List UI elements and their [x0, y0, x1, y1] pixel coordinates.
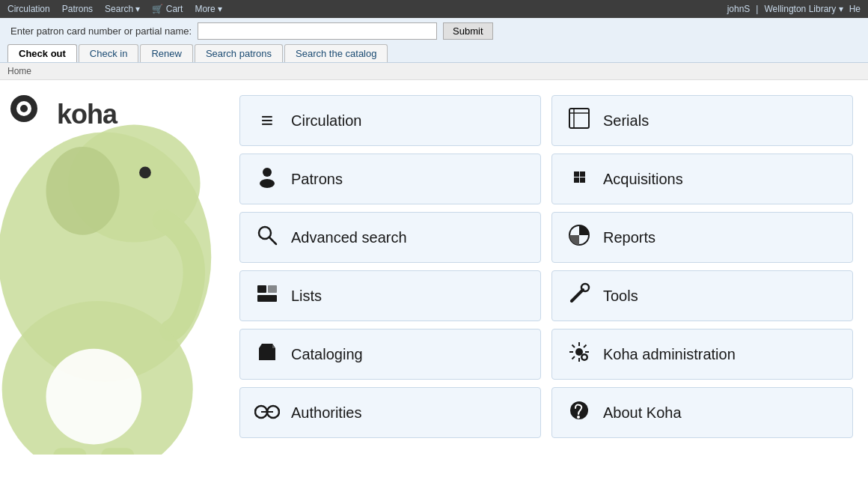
nav-patrons[interactable]: Patrons	[62, 4, 93, 14]
advanced-search-label: Advanced search	[291, 229, 407, 246]
reports-icon	[566, 224, 593, 252]
grid-acquisitions[interactable]: Acquisitions	[551, 154, 853, 204]
authorities-label: Authorities	[291, 404, 362, 422]
nav-cart[interactable]: 🛒 Cart	[152, 4, 183, 14]
grid-circulation[interactable]: ≡ Circulation	[239, 95, 541, 146]
nav-more[interactable]: More ▾	[195, 4, 222, 14]
nav-sep1: |	[756, 4, 758, 14]
svg-rect-10	[101, 448, 134, 455]
grid-patrons[interactable]: Patrons	[239, 154, 541, 204]
svg-point-6	[139, 167, 151, 179]
grid-lists[interactable]: Lists	[239, 270, 541, 321]
grid-serials[interactable]: Serials	[551, 95, 853, 146]
svg-rect-16	[268, 285, 277, 293]
patrons-label: Patrons	[291, 171, 343, 188]
svg-rect-9	[53, 448, 86, 455]
cataloging-label: Cataloging	[291, 346, 363, 363]
svg-line-38	[572, 344, 575, 347]
about-koha-icon	[566, 399, 593, 427]
grid-tools[interactable]: Tools	[551, 270, 853, 321]
serials-icon	[566, 107, 593, 135]
tab-checkin[interactable]: Check in	[79, 44, 139, 62]
nav-user[interactable]: johnS	[727, 4, 751, 14]
patron-input-area: Enter patron card number or partial name…	[7, 22, 861, 40]
grid-about-koha[interactable]: About Koha	[551, 387, 853, 438]
svg-point-43	[583, 355, 587, 359]
top-nav-right: johnS | Wellington Library ▾ He	[727, 4, 861, 14]
svg-line-14	[269, 237, 276, 244]
grid-advanced-search[interactable]: Advanced search	[239, 212, 541, 263]
svg-point-8	[46, 349, 142, 445]
breadcrumb: Home	[0, 63, 868, 80]
nav-search[interactable]: Search ▾	[105, 4, 140, 14]
tab-checkout[interactable]: Check out	[7, 44, 77, 62]
reports-label: Reports	[603, 229, 655, 246]
patron-input-label: Enter patron card number or partial name…	[10, 25, 192, 37]
svg-line-40	[584, 344, 587, 347]
svg-rect-28	[574, 177, 579, 183]
authorities-icon	[254, 401, 281, 425]
grid-cataloging[interactable]: Cataloging	[239, 329, 541, 380]
svg-point-5	[46, 147, 120, 235]
advanced-search-icon	[254, 224, 281, 252]
svg-rect-17	[257, 295, 277, 302]
tab-search-patrons[interactable]: Search patrons	[195, 44, 283, 62]
serials-label: Serials	[603, 112, 649, 130]
svg-rect-26	[574, 171, 579, 177]
circulation-icon: ≡	[254, 109, 281, 133]
tools-label: Tools	[603, 288, 638, 305]
grid-reports[interactable]: Reports	[551, 212, 853, 263]
nav-help[interactable]: He	[849, 4, 861, 14]
svg-line-31	[572, 290, 583, 301]
top-navbar: Circulation Patrons Search ▾ 🛒 Cart More…	[0, 0, 868, 18]
lists-label: Lists	[291, 288, 322, 305]
svg-point-12	[260, 179, 275, 188]
elephant-illustration	[0, 110, 224, 455]
acquisitions-icon	[566, 165, 593, 193]
koha-admin-label: Koha administration	[603, 346, 736, 363]
svg-point-32	[581, 284, 589, 291]
circulation-label: Circulation	[291, 112, 361, 130]
svg-point-11	[263, 168, 272, 177]
submit-button[interactable]: Submit	[443, 22, 492, 40]
lists-icon	[254, 282, 281, 310]
svg-rect-29	[580, 177, 585, 183]
svg-rect-27	[580, 171, 585, 177]
grid-area: ≡ Circulation Patrons Advanced search	[232, 80, 868, 455]
patrons-icon	[254, 165, 281, 193]
grid-left-column: ≡ Circulation Patrons Advanced search	[239, 95, 541, 440]
svg-marker-18	[272, 344, 275, 348]
svg-point-45	[577, 416, 580, 419]
left-decoration: koha	[0, 80, 232, 455]
svg-rect-15	[257, 285, 266, 293]
tools-icon	[566, 282, 593, 310]
tab-renew[interactable]: Renew	[140, 44, 192, 62]
checkout-subnav: Enter patron card number or partial name…	[0, 18, 868, 63]
grid-right-column: Serials Acquisitions	[551, 95, 853, 440]
nav-library[interactable]: Wellington Library ▾	[764, 4, 843, 14]
koha-admin-icon	[566, 341, 593, 368]
top-nav-left: Circulation Patrons Search ▾ 🛒 Cart More…	[7, 4, 222, 14]
main-content: koha ≡ Circulat	[0, 80, 868, 455]
svg-line-41	[572, 356, 575, 359]
grid-authorities[interactable]: Authorities	[239, 387, 541, 438]
svg-rect-23	[569, 109, 589, 128]
patron-card-input[interactable]	[198, 22, 437, 40]
grid-koha-administration[interactable]: Koha administration	[551, 329, 853, 380]
about-koha-label: About Koha	[603, 404, 682, 422]
nav-circulation[interactable]: Circulation	[7, 4, 50, 14]
tab-search-catalog[interactable]: Search the catalog	[284, 44, 388, 62]
acquisitions-label: Acquisitions	[603, 171, 683, 188]
cataloging-icon	[254, 341, 281, 368]
checkout-tabs: Check out Check in Renew Search patrons …	[7, 44, 861, 62]
